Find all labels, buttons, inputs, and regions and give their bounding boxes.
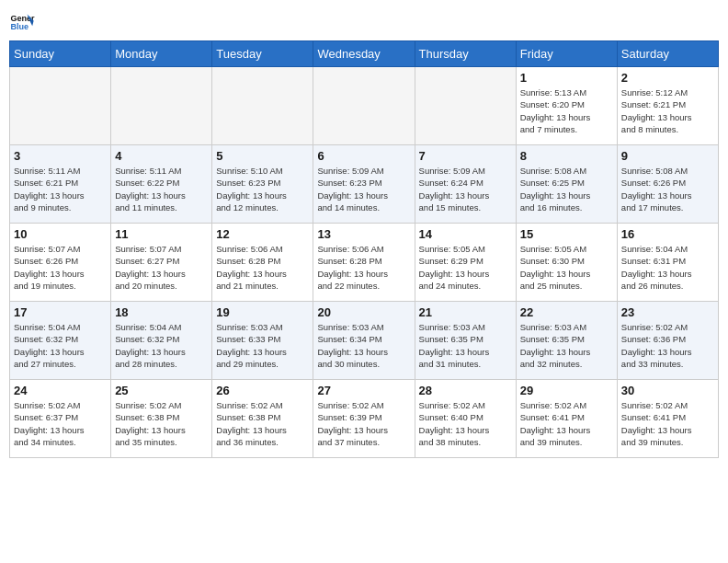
day-info: Sunrise: 5:02 AM Sunset: 6:41 PM Dayligh… [520, 399, 613, 448]
calendar-week-3: 10Sunrise: 5:07 AM Sunset: 6:26 PM Dayli… [10, 224, 719, 302]
calendar-day [212, 67, 313, 145]
calendar-day: 26Sunrise: 5:02 AM Sunset: 6:38 PM Dayli… [212, 380, 313, 458]
header-tuesday: Tuesday [212, 41, 313, 67]
day-number: 23 [621, 305, 714, 319]
calendar-day: 8Sunrise: 5:08 AM Sunset: 6:25 PM Daylig… [516, 145, 617, 224]
header-wednesday: Wednesday [313, 41, 415, 67]
day-info: Sunrise: 5:13 AM Sunset: 6:20 PM Dayligh… [520, 86, 613, 135]
calendar-day: 21Sunrise: 5:03 AM Sunset: 6:35 PM Dayli… [415, 302, 516, 380]
calendar-day: 9Sunrise: 5:08 AM Sunset: 6:26 PM Daylig… [617, 145, 718, 224]
calendar-day: 24Sunrise: 5:02 AM Sunset: 6:37 PM Dayli… [10, 380, 111, 458]
day-number: 30 [621, 384, 714, 397]
day-number: 8 [520, 149, 613, 163]
day-info: Sunrise: 5:07 AM Sunset: 6:27 PM Dayligh… [115, 243, 208, 292]
day-number: 25 [115, 384, 208, 397]
calendar-day: 4Sunrise: 5:11 AM Sunset: 6:22 PM Daylig… [111, 145, 212, 224]
day-number: 21 [419, 305, 512, 319]
calendar-day: 13Sunrise: 5:06 AM Sunset: 6:28 PM Dayli… [313, 224, 415, 302]
calendar-day: 27Sunrise: 5:02 AM Sunset: 6:39 PM Dayli… [313, 380, 415, 458]
day-info: Sunrise: 5:03 AM Sunset: 6:33 PM Dayligh… [216, 321, 309, 370]
calendar-day: 6Sunrise: 5:09 AM Sunset: 6:23 PM Daylig… [313, 145, 415, 224]
calendar-day: 12Sunrise: 5:06 AM Sunset: 6:28 PM Dayli… [212, 224, 313, 302]
day-number: 2 [621, 71, 714, 85]
calendar-week-4: 17Sunrise: 5:04 AM Sunset: 6:32 PM Dayli… [10, 302, 719, 380]
day-number: 13 [317, 227, 410, 241]
calendar-table: SundayMondayTuesdayWednesdayThursdayFrid… [9, 40, 719, 458]
day-number: 11 [115, 227, 208, 241]
day-info: Sunrise: 5:04 AM Sunset: 6:32 PM Dayligh… [115, 321, 208, 370]
day-number: 14 [419, 227, 512, 241]
day-info: Sunrise: 5:03 AM Sunset: 6:34 PM Dayligh… [317, 321, 410, 370]
day-info: Sunrise: 5:06 AM Sunset: 6:28 PM Dayligh… [216, 243, 309, 292]
day-info: Sunrise: 5:03 AM Sunset: 6:35 PM Dayligh… [520, 321, 613, 370]
calendar-day: 30Sunrise: 5:02 AM Sunset: 6:41 PM Dayli… [617, 380, 718, 458]
calendar-day: 1Sunrise: 5:13 AM Sunset: 6:20 PM Daylig… [516, 67, 617, 145]
day-number: 29 [520, 384, 613, 397]
header-monday: Monday [111, 41, 212, 67]
day-info: Sunrise: 5:07 AM Sunset: 6:26 PM Dayligh… [14, 243, 107, 292]
calendar-header-row: SundayMondayTuesdayWednesdayThursdayFrid… [10, 41, 719, 67]
calendar-day: 16Sunrise: 5:04 AM Sunset: 6:31 PM Dayli… [617, 224, 718, 302]
day-info: Sunrise: 5:02 AM Sunset: 6:36 PM Dayligh… [621, 321, 714, 370]
day-number: 12 [216, 227, 309, 241]
day-info: Sunrise: 5:08 AM Sunset: 6:25 PM Dayligh… [520, 165, 613, 213]
calendar-day: 14Sunrise: 5:05 AM Sunset: 6:29 PM Dayli… [415, 224, 516, 302]
day-number: 1 [520, 71, 613, 85]
day-number: 26 [216, 384, 309, 397]
day-info: Sunrise: 5:12 AM Sunset: 6:21 PM Dayligh… [621, 86, 714, 135]
calendar-week-2: 3Sunrise: 5:11 AM Sunset: 6:21 PM Daylig… [10, 145, 719, 224]
calendar-day: 28Sunrise: 5:02 AM Sunset: 6:40 PM Dayli… [415, 380, 516, 458]
calendar-day: 22Sunrise: 5:03 AM Sunset: 6:35 PM Dayli… [516, 302, 617, 380]
calendar-week-5: 24Sunrise: 5:02 AM Sunset: 6:37 PM Dayli… [10, 380, 719, 458]
day-info: Sunrise: 5:02 AM Sunset: 6:39 PM Dayligh… [317, 399, 410, 448]
day-info: Sunrise: 5:02 AM Sunset: 6:38 PM Dayligh… [115, 399, 208, 448]
calendar-day: 2Sunrise: 5:12 AM Sunset: 6:21 PM Daylig… [617, 67, 718, 145]
svg-text:Blue: Blue [10, 22, 28, 31]
day-number: 18 [115, 305, 208, 319]
day-info: Sunrise: 5:05 AM Sunset: 6:29 PM Dayligh… [419, 243, 512, 292]
day-number: 16 [621, 227, 714, 241]
day-info: Sunrise: 5:09 AM Sunset: 6:24 PM Dayligh… [419, 165, 512, 213]
header-friday: Friday [516, 41, 617, 67]
day-number: 17 [14, 305, 107, 319]
logo-icon: General Blue [9, 9, 35, 35]
calendar-day [313, 67, 415, 145]
page-header: General Blue [9, 9, 719, 35]
day-number: 10 [14, 227, 107, 241]
header-saturday: Saturday [617, 41, 718, 67]
day-number: 9 [621, 149, 714, 163]
calendar-day: 25Sunrise: 5:02 AM Sunset: 6:38 PM Dayli… [111, 380, 212, 458]
calendar-day: 10Sunrise: 5:07 AM Sunset: 6:26 PM Dayli… [10, 224, 111, 302]
day-info: Sunrise: 5:10 AM Sunset: 6:23 PM Dayligh… [216, 165, 309, 213]
header-thursday: Thursday [415, 41, 516, 67]
calendar-day [111, 67, 212, 145]
day-number: 4 [115, 149, 208, 163]
day-info: Sunrise: 5:08 AM Sunset: 6:26 PM Dayligh… [621, 165, 714, 213]
calendar-day: 23Sunrise: 5:02 AM Sunset: 6:36 PM Dayli… [617, 302, 718, 380]
calendar-day [415, 67, 516, 145]
day-info: Sunrise: 5:04 AM Sunset: 6:31 PM Dayligh… [621, 243, 714, 292]
calendar-week-1: 1Sunrise: 5:13 AM Sunset: 6:20 PM Daylig… [10, 67, 719, 145]
calendar-day: 18Sunrise: 5:04 AM Sunset: 6:32 PM Dayli… [111, 302, 212, 380]
calendar-day [10, 67, 111, 145]
calendar-day: 11Sunrise: 5:07 AM Sunset: 6:27 PM Dayli… [111, 224, 212, 302]
day-info: Sunrise: 5:02 AM Sunset: 6:37 PM Dayligh… [14, 399, 107, 448]
day-info: Sunrise: 5:04 AM Sunset: 6:32 PM Dayligh… [14, 321, 107, 370]
day-info: Sunrise: 5:11 AM Sunset: 6:22 PM Dayligh… [115, 165, 208, 213]
day-info: Sunrise: 5:11 AM Sunset: 6:21 PM Dayligh… [14, 165, 107, 213]
day-number: 20 [317, 305, 410, 319]
day-info: Sunrise: 5:05 AM Sunset: 6:30 PM Dayligh… [520, 243, 613, 292]
calendar-day: 15Sunrise: 5:05 AM Sunset: 6:30 PM Dayli… [516, 224, 617, 302]
day-number: 27 [317, 384, 410, 397]
day-number: 5 [216, 149, 309, 163]
day-info: Sunrise: 5:02 AM Sunset: 6:38 PM Dayligh… [216, 399, 309, 448]
calendar-day: 17Sunrise: 5:04 AM Sunset: 6:32 PM Dayli… [10, 302, 111, 380]
calendar-day: 19Sunrise: 5:03 AM Sunset: 6:33 PM Dayli… [212, 302, 313, 380]
day-info: Sunrise: 5:02 AM Sunset: 6:41 PM Dayligh… [621, 399, 714, 448]
day-info: Sunrise: 5:02 AM Sunset: 6:40 PM Dayligh… [419, 399, 512, 448]
day-number: 3 [14, 149, 107, 163]
day-info: Sunrise: 5:03 AM Sunset: 6:35 PM Dayligh… [419, 321, 512, 370]
calendar-day: 29Sunrise: 5:02 AM Sunset: 6:41 PM Dayli… [516, 380, 617, 458]
day-number: 6 [317, 149, 410, 163]
day-number: 15 [520, 227, 613, 241]
